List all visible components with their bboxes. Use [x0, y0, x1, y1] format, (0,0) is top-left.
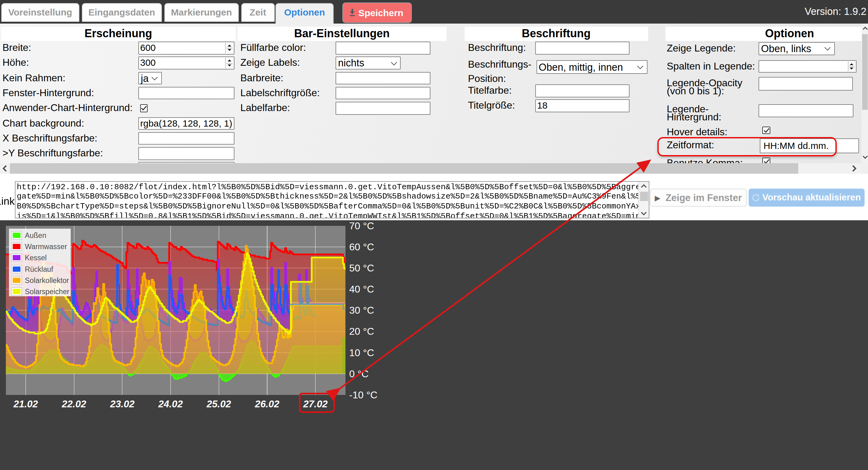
svg-text:Kessel: Kessel — [25, 254, 47, 262]
svg-text:21.02: 21.02 — [13, 398, 38, 410]
svg-text:23.02: 23.02 — [110, 398, 134, 410]
svg-text:25.02: 25.02 — [206, 398, 231, 410]
svg-text:26.02: 26.02 — [255, 398, 279, 410]
svg-text:10 °C: 10 °C — [349, 347, 374, 358]
svg-text:20 °C: 20 °C — [349, 326, 374, 337]
svg-text:30 °C: 30 °C — [349, 305, 374, 316]
svg-text:24.02: 24.02 — [158, 398, 183, 410]
svg-text:0 °C: 0 °C — [349, 368, 369, 379]
svg-text:40 °C: 40 °C — [349, 284, 374, 295]
svg-text:50 °C: 50 °C — [349, 262, 374, 274]
svg-text:27.02: 27.02 — [303, 398, 328, 410]
svg-text:22.02: 22.02 — [61, 398, 86, 410]
svg-text:Warmwasser: Warmwasser — [25, 243, 67, 251]
svg-text:Solarkollektor: Solarkollektor — [25, 276, 69, 285]
svg-text:Außen: Außen — [25, 231, 46, 239]
svg-text:Solarspeicher: Solarspeicher — [25, 288, 69, 296]
svg-text:Rücklauf: Rücklauf — [25, 265, 53, 273]
svg-text:-10 °C: -10 °C — [349, 389, 377, 401]
svg-text:70 °C: 70 °C — [349, 220, 374, 231]
svg-text:60 °C: 60 °C — [349, 241, 374, 253]
